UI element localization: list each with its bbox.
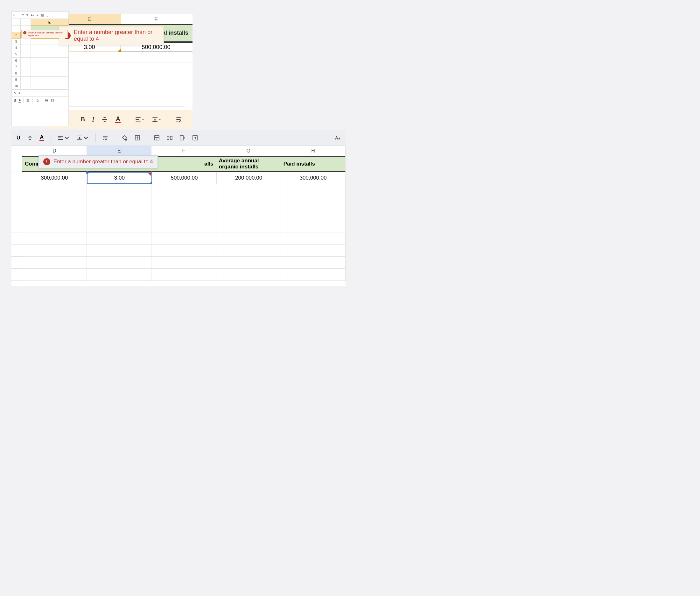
freeze-button[interactable] <box>45 99 48 102</box>
fx-label: fx <box>14 91 16 95</box>
row-header-3[interactable]: 3 <box>12 39 21 45</box>
cell-F2[interactable]: 500,000.00 <box>152 172 217 184</box>
text-color-button[interactable]: A <box>115 116 121 123</box>
fill-color-button[interactable] <box>35 99 39 102</box>
validation-message: Enter a number greater than or equal to … <box>53 158 153 165</box>
valign-button[interactable] <box>152 116 161 123</box>
accept-icon[interactable]: ✓ <box>13 14 16 17</box>
halign-button[interactable] <box>135 116 145 123</box>
cell-D2[interactable]: 300,000.00 <box>22 172 87 184</box>
bold-button[interactable]: B <box>14 99 16 102</box>
validation-marker-icon <box>148 173 151 176</box>
row-header-6[interactable]: 6 <box>12 58 21 64</box>
format-toolbar: U A <box>11 130 345 146</box>
col-header-H[interactable]: H <box>281 146 345 156</box>
halign-button[interactable] <box>57 135 70 141</box>
fx-value: 3 <box>18 91 20 95</box>
row-header-8[interactable]: 8 <box>12 70 21 77</box>
cell-G2[interactable]: 200,000.00 <box>217 172 281 184</box>
cell-H1[interactable]: Paid installs <box>281 156 345 172</box>
strike-button[interactable] <box>27 135 33 141</box>
validation-tooltip-small: ! Enter a number greater than or equal t… <box>21 30 68 38</box>
fill-color-button[interactable] <box>122 135 128 141</box>
cell-E8[interactable] <box>31 70 69 77</box>
col-header-F[interactable]: F <box>121 14 191 24</box>
cell-E5[interactable] <box>31 51 69 58</box>
row-header-2[interactable]: 2 <box>12 32 21 39</box>
cell-G1[interactable]: Average annual organic installs <box>191 24 192 42</box>
formula-bar-small[interactable]: fx 3 <box>12 90 69 97</box>
font-size-button[interactable] <box>334 135 340 141</box>
validation-tooltip: ! Enter a number greater than or equal t… <box>38 155 158 168</box>
validation-tooltip: ! Enter a number greater than or equal t… <box>59 26 164 45</box>
row-header-7[interactable]: 7 <box>12 64 21 70</box>
empty-cell[interactable] <box>22 184 87 196</box>
top-toolbar: ✓ ↶ ↷ ＋ ▦ ⋮ <box>12 12 69 19</box>
validation-message: Enter a number greater than or equal to … <box>28 31 66 37</box>
row-header-5[interactable]: 5 <box>12 51 21 58</box>
col-header-D[interactable]: D <box>22 146 87 156</box>
col-header-G[interactable]: G <box>191 14 192 24</box>
col-header-E[interactable]: E <box>31 19 69 26</box>
row-header-9[interactable]: 9 <box>12 77 21 83</box>
cell-E7[interactable] <box>31 64 69 70</box>
insert-cell-button[interactable] <box>192 135 198 141</box>
row-header-4[interactable]: 4 <box>12 45 21 51</box>
borders-button[interactable] <box>134 135 140 141</box>
freeze-button[interactable] <box>154 135 160 141</box>
merge-button[interactable] <box>166 135 173 141</box>
insert-col-button[interactable] <box>179 135 185 141</box>
error-icon: ! <box>23 31 26 34</box>
cell-H2[interactable]: 300,000.00 <box>281 172 345 184</box>
text-color-button[interactable]: A <box>19 98 21 102</box>
more-icon[interactable]: ⋮ <box>46 14 49 17</box>
col-header-E[interactable]: E <box>87 146 152 156</box>
cell-E4[interactable] <box>31 45 69 51</box>
cell-E9[interactable] <box>31 77 69 83</box>
col-header-G[interactable]: G <box>216 146 281 156</box>
cell-E10[interactable] <box>31 83 69 90</box>
cell-G3[interactable] <box>191 52 192 63</box>
plus-icon[interactable]: ＋ <box>36 13 39 18</box>
cell-E6[interactable] <box>31 58 69 64</box>
halign-button[interactable] <box>26 99 30 102</box>
row-header-10[interactable]: 10 <box>12 83 21 90</box>
valign-button[interactable] <box>76 135 89 141</box>
tablet-sheet-view: U A D E F G H Commis alls Average annual… <box>11 130 345 286</box>
bold-button[interactable]: B <box>81 116 85 123</box>
col-header-F[interactable]: F <box>152 146 216 156</box>
bottom-toolbar: B A <box>12 97 69 104</box>
cell-G2[interactable]: 200,000.00 <box>191 42 192 52</box>
cell-E2-selected[interactable]: 3.00 <box>87 172 152 184</box>
strike-button[interactable] <box>101 116 108 123</box>
cell-G1[interactable]: Average annual organic installs <box>216 156 281 172</box>
cell-F3[interactable] <box>121 52 191 63</box>
underline-button[interactable]: U <box>17 135 20 141</box>
wrap-button[interactable] <box>175 116 182 123</box>
insert-col-button[interactable] <box>51 99 55 102</box>
italic-button[interactable]: I <box>92 115 94 124</box>
cell-F1[interactable]: alls <box>152 156 216 172</box>
redo-icon[interactable]: ↷ <box>26 14 28 17</box>
wrap-button[interactable] <box>102 135 108 141</box>
undo-icon[interactable]: ↶ <box>21 14 24 17</box>
row-header-1[interactable] <box>12 26 21 32</box>
error-icon: ! <box>43 158 50 165</box>
grid-icon[interactable]: ▦ <box>41 14 44 17</box>
text-color-button[interactable]: A <box>40 134 45 141</box>
validation-message: Enter a number greater than or equal to … <box>74 29 159 42</box>
font-size-icon[interactable] <box>30 14 34 17</box>
